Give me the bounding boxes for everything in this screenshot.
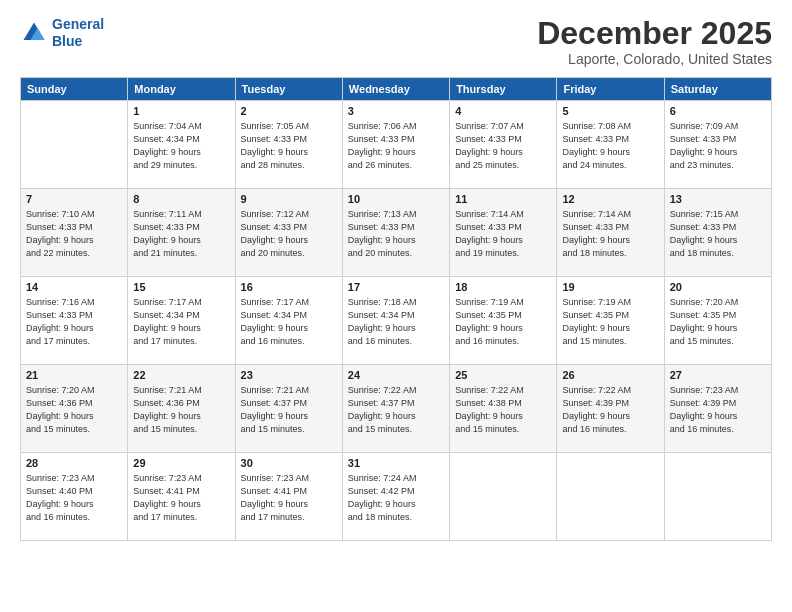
- table-row: 22Sunrise: 7:21 AMSunset: 4:36 PMDayligh…: [128, 365, 235, 453]
- subtitle: Laporte, Colorado, United States: [537, 51, 772, 67]
- day-number: 8: [133, 193, 229, 205]
- day-info: Sunrise: 7:14 AMSunset: 4:33 PMDaylight:…: [455, 208, 551, 260]
- table-row: 7Sunrise: 7:10 AMSunset: 4:33 PMDaylight…: [21, 189, 128, 277]
- table-row: 14Sunrise: 7:16 AMSunset: 4:33 PMDayligh…: [21, 277, 128, 365]
- day-info: Sunrise: 7:04 AMSunset: 4:34 PMDaylight:…: [133, 120, 229, 172]
- table-row: 16Sunrise: 7:17 AMSunset: 4:34 PMDayligh…: [235, 277, 342, 365]
- day-info: Sunrise: 7:22 AMSunset: 4:37 PMDaylight:…: [348, 384, 444, 436]
- table-row: [664, 453, 771, 541]
- month-title: December 2025: [537, 16, 772, 51]
- day-info: Sunrise: 7:21 AMSunset: 4:37 PMDaylight:…: [241, 384, 337, 436]
- day-info: Sunrise: 7:23 AMSunset: 4:41 PMDaylight:…: [241, 472, 337, 524]
- day-number: 2: [241, 105, 337, 117]
- table-row: 13Sunrise: 7:15 AMSunset: 4:33 PMDayligh…: [664, 189, 771, 277]
- calendar-week-row: 28Sunrise: 7:23 AMSunset: 4:40 PMDayligh…: [21, 453, 772, 541]
- day-info: Sunrise: 7:12 AMSunset: 4:33 PMDaylight:…: [241, 208, 337, 260]
- calendar-week-row: 21Sunrise: 7:20 AMSunset: 4:36 PMDayligh…: [21, 365, 772, 453]
- day-info: Sunrise: 7:23 AMSunset: 4:39 PMDaylight:…: [670, 384, 766, 436]
- col-monday: Monday: [128, 78, 235, 101]
- col-wednesday: Wednesday: [342, 78, 449, 101]
- table-row: 15Sunrise: 7:17 AMSunset: 4:34 PMDayligh…: [128, 277, 235, 365]
- table-row: 10Sunrise: 7:13 AMSunset: 4:33 PMDayligh…: [342, 189, 449, 277]
- table-row: 12Sunrise: 7:14 AMSunset: 4:33 PMDayligh…: [557, 189, 664, 277]
- table-row: 8Sunrise: 7:11 AMSunset: 4:33 PMDaylight…: [128, 189, 235, 277]
- day-number: 9: [241, 193, 337, 205]
- day-number: 7: [26, 193, 122, 205]
- day-info: Sunrise: 7:17 AMSunset: 4:34 PMDaylight:…: [241, 296, 337, 348]
- calendar-week-row: 7Sunrise: 7:10 AMSunset: 4:33 PMDaylight…: [21, 189, 772, 277]
- day-number: 23: [241, 369, 337, 381]
- day-number: 22: [133, 369, 229, 381]
- calendar-week-row: 14Sunrise: 7:16 AMSunset: 4:33 PMDayligh…: [21, 277, 772, 365]
- day-number: 13: [670, 193, 766, 205]
- day-number: 26: [562, 369, 658, 381]
- day-number: 6: [670, 105, 766, 117]
- day-number: 19: [562, 281, 658, 293]
- day-info: Sunrise: 7:05 AMSunset: 4:33 PMDaylight:…: [241, 120, 337, 172]
- day-info: Sunrise: 7:22 AMSunset: 4:38 PMDaylight:…: [455, 384, 551, 436]
- table-row: 3Sunrise: 7:06 AMSunset: 4:33 PMDaylight…: [342, 101, 449, 189]
- day-info: Sunrise: 7:11 AMSunset: 4:33 PMDaylight:…: [133, 208, 229, 260]
- day-number: 1: [133, 105, 229, 117]
- calendar-header-row: Sunday Monday Tuesday Wednesday Thursday…: [21, 78, 772, 101]
- table-row: 21Sunrise: 7:20 AMSunset: 4:36 PMDayligh…: [21, 365, 128, 453]
- page: General Blue December 2025 Laporte, Colo…: [0, 0, 792, 612]
- col-tuesday: Tuesday: [235, 78, 342, 101]
- day-number: 14: [26, 281, 122, 293]
- day-info: Sunrise: 7:20 AMSunset: 4:36 PMDaylight:…: [26, 384, 122, 436]
- day-number: 24: [348, 369, 444, 381]
- calendar-week-row: 1Sunrise: 7:04 AMSunset: 4:34 PMDaylight…: [21, 101, 772, 189]
- day-info: Sunrise: 7:23 AMSunset: 4:41 PMDaylight:…: [133, 472, 229, 524]
- day-number: 12: [562, 193, 658, 205]
- table-row: [557, 453, 664, 541]
- table-row: [450, 453, 557, 541]
- day-number: 3: [348, 105, 444, 117]
- col-saturday: Saturday: [664, 78, 771, 101]
- logo: General Blue: [20, 16, 104, 50]
- table-row: 20Sunrise: 7:20 AMSunset: 4:35 PMDayligh…: [664, 277, 771, 365]
- logo-icon: [20, 19, 48, 47]
- table-row: 19Sunrise: 7:19 AMSunset: 4:35 PMDayligh…: [557, 277, 664, 365]
- day-number: 29: [133, 457, 229, 469]
- day-info: Sunrise: 7:17 AMSunset: 4:34 PMDaylight:…: [133, 296, 229, 348]
- logo-text: General Blue: [52, 16, 104, 50]
- day-info: Sunrise: 7:13 AMSunset: 4:33 PMDaylight:…: [348, 208, 444, 260]
- day-info: Sunrise: 7:16 AMSunset: 4:33 PMDaylight:…: [26, 296, 122, 348]
- day-number: 25: [455, 369, 551, 381]
- day-number: 5: [562, 105, 658, 117]
- table-row: 11Sunrise: 7:14 AMSunset: 4:33 PMDayligh…: [450, 189, 557, 277]
- col-friday: Friday: [557, 78, 664, 101]
- day-number: 15: [133, 281, 229, 293]
- day-number: 21: [26, 369, 122, 381]
- day-info: Sunrise: 7:19 AMSunset: 4:35 PMDaylight:…: [455, 296, 551, 348]
- table-row: 27Sunrise: 7:23 AMSunset: 4:39 PMDayligh…: [664, 365, 771, 453]
- col-sunday: Sunday: [21, 78, 128, 101]
- table-row: 29Sunrise: 7:23 AMSunset: 4:41 PMDayligh…: [128, 453, 235, 541]
- day-info: Sunrise: 7:06 AMSunset: 4:33 PMDaylight:…: [348, 120, 444, 172]
- table-row: 30Sunrise: 7:23 AMSunset: 4:41 PMDayligh…: [235, 453, 342, 541]
- day-number: 28: [26, 457, 122, 469]
- day-number: 16: [241, 281, 337, 293]
- title-block: December 2025 Laporte, Colorado, United …: [537, 16, 772, 67]
- day-info: Sunrise: 7:09 AMSunset: 4:33 PMDaylight:…: [670, 120, 766, 172]
- day-info: Sunrise: 7:10 AMSunset: 4:33 PMDaylight:…: [26, 208, 122, 260]
- day-number: 31: [348, 457, 444, 469]
- day-info: Sunrise: 7:07 AMSunset: 4:33 PMDaylight:…: [455, 120, 551, 172]
- col-thursday: Thursday: [450, 78, 557, 101]
- day-number: 4: [455, 105, 551, 117]
- day-info: Sunrise: 7:18 AMSunset: 4:34 PMDaylight:…: [348, 296, 444, 348]
- table-row: 6Sunrise: 7:09 AMSunset: 4:33 PMDaylight…: [664, 101, 771, 189]
- table-row: [21, 101, 128, 189]
- day-number: 20: [670, 281, 766, 293]
- table-row: 25Sunrise: 7:22 AMSunset: 4:38 PMDayligh…: [450, 365, 557, 453]
- day-info: Sunrise: 7:14 AMSunset: 4:33 PMDaylight:…: [562, 208, 658, 260]
- day-info: Sunrise: 7:08 AMSunset: 4:33 PMDaylight:…: [562, 120, 658, 172]
- table-row: 31Sunrise: 7:24 AMSunset: 4:42 PMDayligh…: [342, 453, 449, 541]
- day-info: Sunrise: 7:20 AMSunset: 4:35 PMDaylight:…: [670, 296, 766, 348]
- header: General Blue December 2025 Laporte, Colo…: [20, 16, 772, 67]
- day-number: 10: [348, 193, 444, 205]
- day-info: Sunrise: 7:22 AMSunset: 4:39 PMDaylight:…: [562, 384, 658, 436]
- day-info: Sunrise: 7:19 AMSunset: 4:35 PMDaylight:…: [562, 296, 658, 348]
- day-info: Sunrise: 7:15 AMSunset: 4:33 PMDaylight:…: [670, 208, 766, 260]
- table-row: 9Sunrise: 7:12 AMSunset: 4:33 PMDaylight…: [235, 189, 342, 277]
